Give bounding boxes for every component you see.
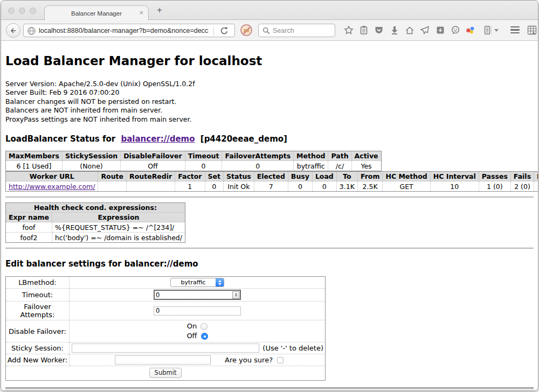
col-load: Load bbox=[312, 172, 336, 181]
col-status: Status bbox=[224, 172, 254, 181]
tab-close-icon[interactable]: × bbox=[139, 9, 143, 17]
back-button[interactable] bbox=[6, 23, 20, 38]
downloads-icon[interactable] bbox=[390, 25, 399, 35]
health-table-title: Health check cond. expressions: bbox=[6, 203, 185, 213]
reload-button[interactable] bbox=[219, 26, 229, 36]
lbmethod-selected-value: bytraffic bbox=[171, 278, 216, 286]
menu-button[interactable] bbox=[510, 26, 520, 33]
submit-row: Submit bbox=[6, 366, 326, 381]
reading-list-icon[interactable] bbox=[359, 25, 369, 35]
col-hc-method: HC Method bbox=[383, 172, 430, 181]
disable-failover-row: Disable Failover: On Off bbox=[6, 320, 326, 342]
url-bar[interactable]: localhost:8880/balancer-manager?b=demo&n… bbox=[23, 24, 235, 37]
health-header-row: Expr name Expression bbox=[6, 213, 185, 222]
on-label: On bbox=[187, 321, 197, 331]
colored-dots-extension-icon[interactable] bbox=[466, 25, 475, 35]
disable-failover-on-radio[interactable] bbox=[201, 323, 208, 330]
lbmethod-row: LBmethod: bytraffic bbox=[6, 277, 326, 289]
server-built-line: Server Built: Feb 9 2016 07:00:20 bbox=[5, 88, 534, 97]
cell-failoverattempts: 0 bbox=[222, 161, 294, 171]
worker-url-link[interactable]: http://www.example.com/ bbox=[9, 183, 95, 191]
send-tab-icon[interactable] bbox=[420, 25, 430, 35]
browser-window: Balancer Manager × + localhost:8880/bala… bbox=[1, 0, 538, 391]
worker-status-table: Worker URL Route RouteRedir Factor Set S… bbox=[5, 171, 538, 192]
cell-routeredir bbox=[127, 181, 175, 192]
col-from: From bbox=[357, 172, 383, 181]
balancer-header-row: MaxMembers StickySession DisableFailover… bbox=[6, 151, 382, 161]
window-zoom-button[interactable] bbox=[30, 8, 36, 14]
cell-expression: hc('body') =~ /domain is established/ bbox=[52, 233, 185, 243]
col-hc-interval: HC Interval bbox=[430, 172, 479, 181]
failover-attempts-row: Failover Attempts: bbox=[6, 302, 326, 320]
sticky-session-hint: (Use '-' to delete) bbox=[262, 344, 324, 352]
col-worker-url: Worker URL bbox=[6, 172, 98, 181]
are-you-sure-label: Are you sure? bbox=[225, 356, 273, 364]
cell-passes: 1 (0) bbox=[479, 181, 510, 192]
disable-failover-label: Disable Failover: bbox=[6, 320, 70, 342]
cell-route bbox=[98, 181, 127, 192]
save-to-device-icon[interactable] bbox=[436, 25, 445, 35]
search-bar[interactable] bbox=[258, 24, 335, 37]
cell-method: bytraffic bbox=[294, 161, 328, 171]
timeout-row: Timeout: bbox=[6, 289, 326, 302]
home-icon[interactable] bbox=[405, 25, 414, 35]
col-passes: Passes bbox=[479, 172, 510, 181]
col-stickysession: StickySession bbox=[62, 151, 120, 161]
cell-maxmembers: 6 [1 Used] bbox=[6, 161, 63, 171]
timeout-field-frame bbox=[154, 290, 241, 300]
col-expression: Expression bbox=[52, 213, 185, 222]
cell-busy: 0 bbox=[288, 181, 312, 192]
worker-data-row: http://www.example.com/ 1 0 Init Ok 7 0 … bbox=[6, 181, 538, 192]
add-worker-row: Add New Worker: Are you sure? bbox=[6, 354, 326, 366]
cell-hc-method: GET bbox=[383, 181, 430, 192]
add-worker-input[interactable] bbox=[115, 355, 211, 365]
bookmark-star-icon[interactable] bbox=[344, 25, 354, 35]
tab-balancer-manager[interactable]: Balancer Manager × bbox=[44, 5, 149, 20]
balancer-settings-form: LBmethod: bytraffic Timeout: bbox=[5, 276, 326, 381]
health-title-row: Health check cond. expressions: bbox=[6, 203, 185, 213]
cell-from: 2.5K bbox=[357, 181, 383, 192]
chevron-down-icon[interactable] bbox=[494, 29, 499, 32]
worker-header-row: Worker URL Route RouteRedir Factor Set S… bbox=[6, 172, 538, 181]
window-minimize-button[interactable] bbox=[19, 8, 25, 14]
bottom-divider bbox=[5, 387, 534, 389]
lbmethod-select[interactable]: bytraffic bbox=[170, 278, 224, 287]
are-you-sure-checkbox[interactable] bbox=[277, 357, 284, 363]
disable-failover-off-radio[interactable] bbox=[201, 333, 208, 340]
urlbar-divider bbox=[213, 26, 214, 36]
sticky-session-row: Sticky Session: (Use '-' to delete) bbox=[6, 342, 326, 354]
col-routeredir: RouteRedir bbox=[127, 172, 175, 181]
submit-button[interactable]: Submit bbox=[149, 368, 182, 378]
cell-load: 0 bbox=[312, 181, 336, 192]
tab-bar: Balancer Manager × + bbox=[1, 1, 538, 20]
server-version-line: Server Version: Apache/2.5.0-dev (Unix) … bbox=[5, 80, 534, 88]
content-block-icon[interactable] bbox=[240, 24, 252, 36]
loadbalancer-status-heading: LoadBalancer Status for balancer://demo … bbox=[5, 134, 534, 144]
timeout-input[interactable] bbox=[155, 291, 232, 299]
chat-smiley-icon[interactable] bbox=[451, 25, 460, 35]
cell-expr-name: foof2 bbox=[6, 233, 52, 243]
timeout-label: Timeout: bbox=[6, 289, 70, 302]
edit-settings-heading: Edit balancer settings for balancer://de… bbox=[5, 259, 534, 269]
sticky-session-label: Sticky Session: bbox=[6, 342, 70, 354]
balancer-demo-link[interactable]: balancer://demo bbox=[121, 134, 195, 144]
search-input[interactable] bbox=[273, 27, 327, 34]
number-spinner-icon[interactable] bbox=[232, 291, 239, 299]
pocket-icon[interactable] bbox=[374, 25, 384, 35]
col-to: To bbox=[336, 172, 357, 181]
lbmethod-label: LBmethod: bbox=[6, 277, 70, 289]
table-extension-icon[interactable] bbox=[527, 25, 537, 35]
window-close-button[interactable] bbox=[8, 8, 15, 14]
url-input[interactable]: localhost:8880/balancer-manager?b=demo&n… bbox=[39, 27, 209, 34]
health-check-table: Health check cond. expressions: Expr nam… bbox=[5, 202, 185, 243]
failover-attempts-input[interactable] bbox=[154, 306, 241, 316]
col-route: Route bbox=[98, 172, 127, 181]
cell-stickysession: (None) bbox=[62, 161, 120, 171]
cell-hc-uri bbox=[534, 181, 538, 192]
page-content: Load Balancer Manager for localhost Serv… bbox=[1, 41, 538, 390]
sticky-session-input[interactable] bbox=[72, 344, 259, 353]
search-icon bbox=[262, 27, 270, 34]
cell-factor: 1 bbox=[175, 181, 205, 192]
new-tab-button[interactable]: + bbox=[157, 5, 162, 16]
col-failoverattempts: FailoverAttempts bbox=[222, 151, 294, 161]
